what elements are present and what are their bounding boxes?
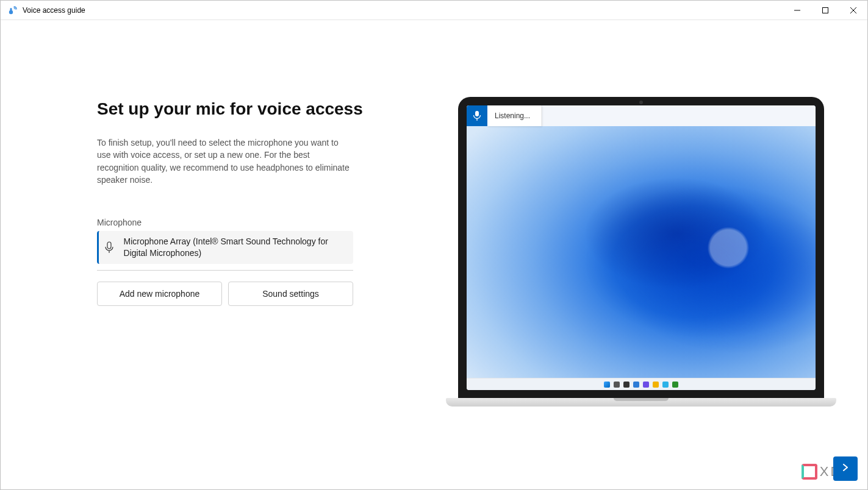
illustration-laptop: Listening... xyxy=(452,97,867,414)
voice-access-bar: Listening... xyxy=(467,105,816,126)
page-heading: Set up your mic for voice access xyxy=(97,98,373,119)
close-button[interactable] xyxy=(839,1,867,20)
window-title: Voice access guide xyxy=(23,6,85,15)
svg-rect-6 xyxy=(107,242,111,249)
microphone-selector[interactable]: Microphone Array (Intel® Smart Sound Tec… xyxy=(97,231,353,264)
svg-rect-8 xyxy=(475,111,479,116)
voice-access-status: Listening... xyxy=(487,105,542,126)
taskbar-widgets-icon xyxy=(633,382,639,388)
watermark-logo-icon xyxy=(802,464,817,480)
laptop-body: Listening... xyxy=(458,97,824,399)
right-pane: Listening... xyxy=(373,20,867,489)
taskbar-edge-icon xyxy=(662,382,669,388)
microphone-label: Microphone xyxy=(97,218,373,227)
microphone-icon xyxy=(101,241,118,254)
laptop-camera xyxy=(639,101,643,104)
app-icon xyxy=(8,5,18,15)
maximize-button[interactable] xyxy=(811,1,839,20)
app-window: Voice access guide Set up your mic for v… xyxy=(0,0,868,490)
svg-rect-3 xyxy=(823,7,828,13)
minimize-button[interactable] xyxy=(783,1,811,20)
button-row: Add new microphone Sound settings xyxy=(97,282,373,306)
add-microphone-button[interactable]: Add new microphone xyxy=(97,282,222,306)
taskbar-start-icon xyxy=(604,382,610,388)
laptop-screen: Listening... xyxy=(467,105,816,390)
taskbar-chat-icon xyxy=(643,382,649,388)
add-microphone-label: Add new microphone xyxy=(120,289,200,299)
taskbar-search-icon xyxy=(614,382,620,388)
sound-settings-label: Sound settings xyxy=(262,289,319,299)
chevron-right-icon xyxy=(841,463,850,474)
window-controls xyxy=(783,1,867,20)
illustration-taskbar xyxy=(467,378,816,390)
voice-access-mic-icon xyxy=(467,105,487,126)
selected-microphone-name: Microphone Array (Intel® Smart Sound Tec… xyxy=(124,236,346,259)
content-area: Set up your mic for voice access To fini… xyxy=(1,20,867,489)
left-pane: Set up your mic for voice access To fini… xyxy=(1,20,373,489)
page-description: To finish setup, you'll need to select t… xyxy=(97,137,353,186)
titlebar-left: Voice access guide xyxy=(1,5,783,15)
sound-settings-button[interactable]: Sound settings xyxy=(228,282,353,306)
taskbar-explorer-icon xyxy=(653,382,659,388)
divider xyxy=(97,270,353,271)
svg-rect-1 xyxy=(10,8,12,11)
laptop-base xyxy=(446,398,836,407)
wallpaper-bloom xyxy=(467,105,816,390)
titlebar: Voice access guide xyxy=(1,1,867,20)
next-button[interactable] xyxy=(833,456,858,481)
taskbar-taskview-icon xyxy=(623,382,629,388)
taskbar-store-icon xyxy=(672,382,678,388)
